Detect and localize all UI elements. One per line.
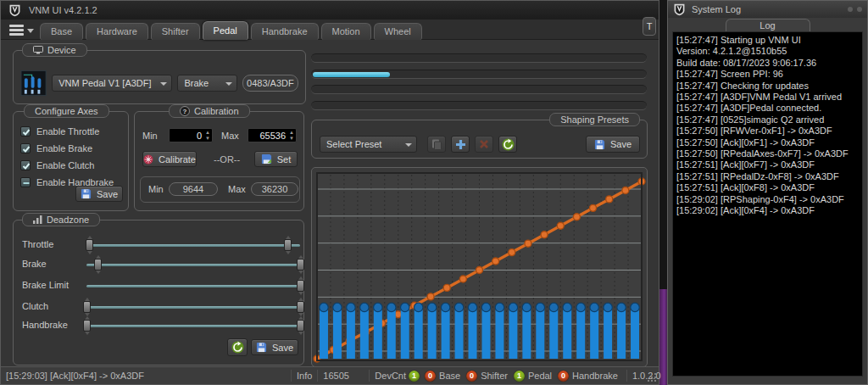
preset-delete-button[interactable] (475, 136, 493, 153)
log-line: [15:27:51] [RPedalDz-0xF8] -> 0xA3DF (676, 171, 859, 182)
axis-monitors (311, 53, 647, 109)
statusbar: [15:29:03] [Ack][0xF4] -> 0xA3DF Info 16… (1, 366, 659, 384)
calibration-header: ? Calibration (169, 104, 250, 118)
count-badge: 0 (558, 371, 569, 382)
shaping-presets-header: Shaping Presets (549, 113, 640, 126)
slider-handle-max[interactable] (297, 320, 304, 332)
refresh-icon (502, 138, 515, 151)
chevron-down-icon (405, 143, 412, 147)
tab-motion[interactable]: Motion (321, 23, 371, 40)
preset-add-button[interactable] (451, 136, 470, 153)
slider-label: Brake (22, 259, 47, 269)
vnm-logo-icon (8, 3, 22, 18)
window-buttons[interactable] (848, 7, 862, 12)
status-message: [15:29:03] [Ack][0xF4] -> 0xA3DF (6, 371, 286, 381)
checkbox-checked-icon[interactable] (20, 126, 31, 137)
deadzone-refresh-button[interactable] (227, 338, 248, 356)
tab-pedal[interactable]: Pedal (203, 21, 248, 40)
slider-handle-min[interactable] (83, 301, 91, 313)
preset-refresh-button[interactable] (498, 136, 517, 153)
device-count-label: Handbrake (572, 371, 618, 381)
configure-axes-header: Configure Axes (24, 104, 109, 118)
slider-handle-max[interactable] (297, 259, 304, 271)
deadzone-header: Deadzone (22, 213, 100, 226)
spinner-arrows-icon[interactable]: ▲▼ (205, 130, 210, 142)
checkbox-checked-icon[interactable] (20, 143, 31, 153)
tab-bar: BaseHardwareShifterPedalHandbrakeMotionW… (40, 21, 422, 40)
tab-wheel[interactable]: Wheel (374, 23, 422, 40)
spinner-arrows-icon[interactable]: ▲▼ (289, 130, 294, 142)
device-model-select[interactable]: VNM Pedal V1 [A3DF] (52, 75, 172, 92)
log-content[interactable]: [15:27:47] Starting up VNM UIVersion: 4.… (672, 31, 863, 377)
slider-handle-max[interactable] (297, 280, 304, 292)
checkbox-indeterminate-icon[interactable] (20, 177, 31, 187)
slider-handle-max[interactable] (284, 239, 292, 251)
tab-hardware[interactable]: Hardware (86, 23, 148, 40)
status-level: Info (297, 371, 312, 381)
log-line: [15:27:47] Checking for updates (676, 81, 859, 92)
tooltip-toggle-button[interactable]: T (643, 17, 656, 36)
desktop: VNM UI v4.2.1.2 BaseHardwareShifterPedal… (0, 0, 868, 385)
shaping-save-button[interactable]: Save (586, 136, 640, 153)
log-line: [15:27:51] [Ack][0xF8] -> 0xA3DF (676, 182, 859, 193)
count-badge: 1 (514, 371, 525, 382)
slider-track[interactable] (86, 325, 300, 327)
preset-copy-button[interactable] (427, 136, 446, 153)
deadzone-icon (33, 215, 42, 224)
slider-track[interactable] (86, 264, 300, 266)
calibrate-button[interactable]: Calibrate (142, 151, 197, 167)
slider-handle-min[interactable] (94, 259, 102, 271)
shaping-presets-panel: Shaping Presets Select Preset (311, 120, 648, 159)
log-line: Version: 4.2.1.2@1510b55 (676, 46, 859, 57)
preset-select[interactable]: Select Preset (320, 136, 417, 153)
device-count-label: Pedal (528, 371, 552, 381)
cal-max-input[interactable]: 65536 ▲▼ (248, 128, 297, 142)
system-log-window: System Log Log [15:27:47] Starting up VN… (667, 0, 868, 385)
current-calibration-box: Min 9644 Max 36230 (140, 176, 300, 203)
devcnt-label: DevCnt (375, 371, 406, 381)
log-window-title: System Log (692, 4, 741, 14)
chevron-down-icon (225, 82, 232, 86)
tab-handbrake[interactable]: Handbrake (251, 23, 319, 40)
log-line: [15:29:02] [RPShaping-0xF4] -> 0xA3DF (676, 194, 859, 205)
device-count-label: Base (439, 371, 460, 381)
log-line: [15:27:50] [RPedalAxes-0xF7] -> 0xA3DF (676, 148, 859, 159)
deadzone-row-handbrake: Handbrake (20, 318, 297, 333)
pedal-device-icon (20, 70, 47, 97)
log-tab[interactable]: Log (726, 19, 810, 31)
chevron-down-icon (160, 82, 167, 86)
count-badge: 1 (409, 371, 420, 382)
slider-label: Handbrake (22, 320, 68, 330)
device-count-label: Shifter (481, 371, 508, 381)
checkbox-checked-icon[interactable] (20, 160, 31, 170)
slider-track[interactable] (86, 244, 300, 247)
slider-label: Throttle (22, 239, 53, 249)
slider-track[interactable] (86, 285, 300, 287)
menu-caret-icon[interactable] (27, 29, 34, 33)
slider-track[interactable] (86, 306, 300, 309)
resize-grip[interactable] (647, 372, 657, 382)
slider-handle-max[interactable] (297, 301, 304, 313)
log-line: Build date: 08/17/2023 9:06:17.36 (676, 58, 859, 69)
deadzone-save-button[interactable]: Save (251, 339, 298, 355)
axes-save-button[interactable]: Save (75, 186, 123, 202)
cal-min-label: Min (142, 131, 158, 141)
main-titlebar: VNM UI v4.2.1.2 (1, 1, 659, 20)
copy-icon (431, 139, 442, 150)
log-line: [15:27:50] [Ack][0xF1] -> 0xA3DF (676, 137, 859, 148)
tab-base[interactable]: Base (40, 23, 83, 40)
tab-shifter[interactable]: Shifter (151, 23, 200, 40)
help-icon[interactable]: ? (180, 106, 190, 116)
set-button[interactable]: Set (254, 151, 298, 167)
shaping-chart[interactable] (311, 167, 648, 367)
slider-handle-min[interactable] (83, 320, 91, 332)
log-line: [15:27:51] [Ack][0xF7] -> 0xA3DF (676, 159, 859, 170)
deadzone-panel: Deadzone ThrottleBrakeBrake LimitClutchH… (13, 220, 304, 365)
axis-select[interactable]: Brake (177, 75, 236, 92)
cal-min-input[interactable]: 0 ▲▼ (169, 128, 213, 142)
slider-handle-min[interactable] (86, 239, 93, 251)
log-line: [15:27:47] [0525]simagic Q2 arrived (676, 114, 859, 126)
save-icon (594, 139, 605, 150)
log-line: [15:27:47] Starting up VNM UI (676, 35, 859, 46)
log-titlebar: System Log (668, 1, 867, 18)
